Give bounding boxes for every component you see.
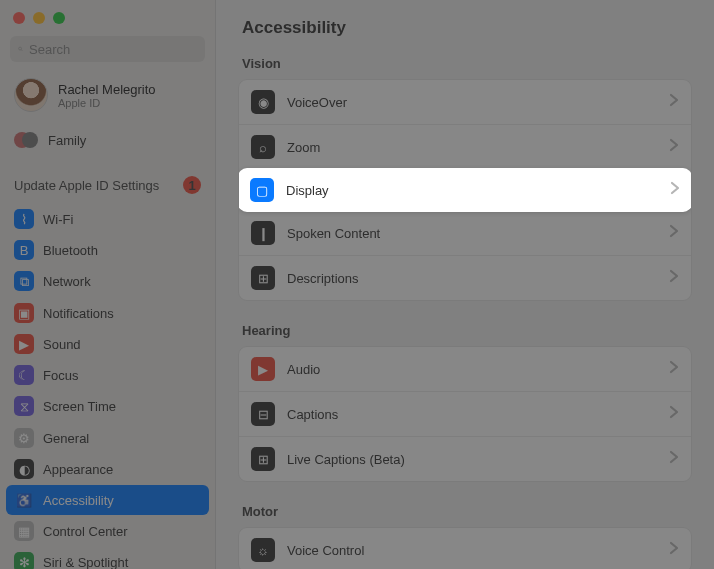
siri-spotlight-icon: ✻	[14, 552, 34, 569]
section-title-vision: Vision	[242, 56, 692, 71]
settings-window: Rachel Melegrito Apple ID Family Update …	[0, 0, 714, 569]
screen-time-icon: ⧖	[14, 396, 34, 416]
row-audio[interactable]: ▶Audio	[239, 347, 691, 391]
spoken-content-icon: ❙	[251, 221, 275, 245]
sidebar-item-control-center[interactable]: ▦Control Center	[6, 516, 209, 546]
sidebar-item-label: Sound	[43, 337, 81, 352]
row-label: Display	[286, 183, 329, 198]
chevron-right-icon	[670, 181, 680, 199]
sidebar-item-label: Siri & Spotlight	[43, 555, 128, 570]
row-label: Zoom	[287, 140, 320, 155]
sidebar-item-label: General	[43, 431, 89, 446]
zoom-icon: ⌕	[251, 135, 275, 159]
svg-point-0	[19, 47, 22, 50]
sidebar-item-accessibility[interactable]: ♿Accessibility	[6, 485, 209, 515]
row-label: Captions	[287, 407, 338, 422]
network-icon: ⧉	[14, 271, 34, 291]
sidebar-item-sound[interactable]: ▶Sound	[6, 329, 209, 359]
maximize-icon[interactable]	[53, 12, 65, 24]
sidebar-item-appearance[interactable]: ◐Appearance	[6, 454, 209, 484]
sidebar-item-bluetooth[interactable]: BBluetooth	[6, 235, 209, 265]
sidebar-item-label: Bluetooth	[43, 243, 98, 258]
account-name: Rachel Melegrito	[58, 82, 156, 97]
search-icon	[18, 42, 23, 56]
row-label: VoiceOver	[287, 95, 347, 110]
family-label: Family	[48, 133, 86, 148]
voice-control-icon: ☼	[251, 538, 275, 562]
account-sub: Apple ID	[58, 97, 156, 109]
row-display[interactable]: ▢Display	[238, 168, 692, 212]
family-icon	[14, 128, 38, 152]
chevron-right-icon	[669, 93, 679, 111]
section-group-motor: ☼Voice Control	[238, 527, 692, 569]
accessibility-icon: ♿	[14, 490, 34, 510]
row-label: Audio	[287, 362, 320, 377]
search-input[interactable]	[29, 42, 197, 57]
sidebar-nav: ⌇Wi-FiBBluetooth⧉Network▣Notifications▶S…	[0, 204, 215, 569]
sidebar-item-label: Focus	[43, 368, 78, 383]
row-zoom[interactable]: ⌕Zoom	[239, 124, 691, 169]
sidebar-item-label: Accessibility	[43, 493, 114, 508]
general-icon: ⚙	[14, 428, 34, 448]
row-label: Descriptions	[287, 271, 359, 286]
appearance-icon: ◐	[14, 459, 34, 479]
bluetooth-icon: B	[14, 240, 34, 260]
row-label: Live Captions (Beta)	[287, 452, 405, 467]
sidebar-item-label: Network	[43, 274, 91, 289]
display-icon: ▢	[250, 178, 274, 202]
sidebar-item-label: Control Center	[43, 524, 128, 539]
descriptions-icon: ⊞	[251, 266, 275, 290]
row-voice-control[interactable]: ☼Voice Control	[239, 528, 691, 569]
notifications-icon: ▣	[14, 303, 34, 323]
wi-fi-icon: ⌇	[14, 209, 34, 229]
section-title-motor: Motor	[242, 504, 692, 519]
sidebar-item-label: Screen Time	[43, 399, 116, 414]
svg-line-1	[21, 50, 22, 51]
row-live-captions-beta-[interactable]: ⊞Live Captions (Beta)	[239, 436, 691, 481]
sidebar-item-label: Notifications	[43, 306, 114, 321]
chevron-right-icon	[669, 360, 679, 378]
sidebar-item-label: Wi-Fi	[43, 212, 73, 227]
row-label: Voice Control	[287, 543, 364, 558]
focus-icon: ☾	[14, 365, 34, 385]
row-voiceover[interactable]: ◉VoiceOver	[239, 80, 691, 124]
row-spoken-content[interactable]: ❙Spoken Content	[239, 211, 691, 255]
chevron-right-icon	[669, 450, 679, 468]
sidebar-item-network[interactable]: ⧉Network	[6, 266, 209, 296]
voiceover-icon: ◉	[251, 90, 275, 114]
content-pane: Accessibility Vision◉VoiceOver⌕Zoom▢Disp…	[216, 0, 714, 569]
minimize-icon[interactable]	[33, 12, 45, 24]
window-controls	[0, 0, 215, 32]
sidebar-item-wi-fi[interactable]: ⌇Wi-Fi	[6, 204, 209, 234]
sidebar-item-notifications[interactable]: ▣Notifications	[6, 298, 209, 328]
close-icon[interactable]	[13, 12, 25, 24]
sidebar-item-family[interactable]: Family	[0, 122, 215, 162]
live-captions-beta--icon: ⊞	[251, 447, 275, 471]
sidebar-item-siri-spotlight[interactable]: ✻Siri & Spotlight	[6, 547, 209, 569]
sidebar: Rachel Melegrito Apple ID Family Update …	[0, 0, 216, 569]
captions-icon: ⊟	[251, 402, 275, 426]
chevron-right-icon	[669, 138, 679, 156]
sound-icon: ▶	[14, 334, 34, 354]
section-group-vision: ◉VoiceOver⌕Zoom▢Display❙Spoken Content⊞D…	[238, 79, 692, 301]
update-apple-id-label: Update Apple ID Settings	[14, 178, 159, 193]
chevron-right-icon	[669, 405, 679, 423]
sidebar-item-general[interactable]: ⚙General	[6, 423, 209, 453]
sidebar-item-label: Appearance	[43, 462, 113, 477]
page-title: Accessibility	[242, 18, 692, 38]
search-field[interactable]	[10, 36, 205, 62]
sidebar-item-focus[interactable]: ☾Focus	[6, 360, 209, 390]
chevron-right-icon	[669, 541, 679, 559]
audio-icon: ▶	[251, 357, 275, 381]
section-title-hearing: Hearing	[242, 323, 692, 338]
row-captions[interactable]: ⊟Captions	[239, 391, 691, 436]
update-badge: 1	[183, 176, 201, 194]
chevron-right-icon	[669, 269, 679, 287]
apple-id-account[interactable]: Rachel Melegrito Apple ID	[0, 72, 215, 122]
update-apple-id[interactable]: Update Apple ID Settings 1	[0, 162, 215, 204]
sidebar-item-screen-time[interactable]: ⧖Screen Time	[6, 391, 209, 421]
section-group-hearing: ▶Audio⊟Captions⊞Live Captions (Beta)	[238, 346, 692, 482]
control-center-icon: ▦	[14, 521, 34, 541]
chevron-right-icon	[669, 224, 679, 242]
row-descriptions[interactable]: ⊞Descriptions	[239, 255, 691, 300]
